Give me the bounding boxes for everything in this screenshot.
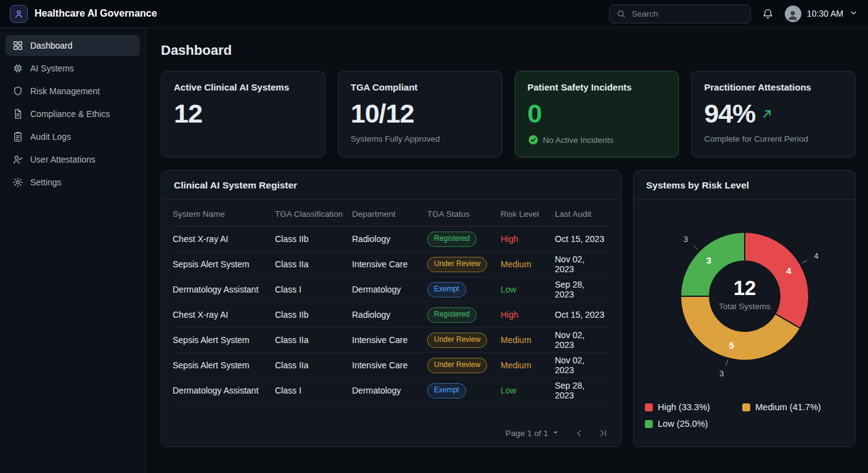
cell-system-name: Sepsis Alert System bbox=[173, 353, 275, 378]
slice-value-label: 3 bbox=[706, 255, 711, 265]
register-panel: Clinical AI System Register System NameT… bbox=[161, 170, 621, 447]
stat-card-active-clinical-ai-systems: Active Clinical AI Systems12 bbox=[161, 71, 326, 158]
cell-tga-status: Registered bbox=[427, 227, 501, 252]
table-header-row: System NameTGA ClassificationDepartmentT… bbox=[173, 200, 610, 227]
cell-system-name: Chest X-ray AI bbox=[173, 302, 275, 328]
search-input[interactable] bbox=[631, 9, 743, 19]
cell-last-audit: Oct 15, 2023 bbox=[555, 302, 610, 328]
gear-icon bbox=[12, 177, 23, 188]
risk-donut-chart: 44533312Total Systems bbox=[634, 200, 855, 400]
sidebar-item-label: Audit Logs bbox=[30, 132, 71, 142]
topbar: Healthcare AI Governance 10:30 AM bbox=[0, 0, 868, 28]
page-label: Page 1 of 1 bbox=[506, 429, 548, 438]
label-line bbox=[801, 261, 807, 264]
caret-down-icon bbox=[551, 427, 560, 439]
table-row: Sepsis Alert SystemClass IIaIntensive Ca… bbox=[173, 353, 610, 378]
cell-risk-level: Low bbox=[501, 277, 555, 302]
stat-title: Patient Safety Incidents bbox=[528, 82, 666, 92]
register-table-wrap: System NameTGA ClassificationDepartmentT… bbox=[162, 200, 621, 421]
risk-chart-title: Systems by Risk Level bbox=[634, 171, 855, 200]
sidebar-item-label: Compliance & Ethics bbox=[30, 109, 110, 119]
register-table: System NameTGA ClassificationDepartmentT… bbox=[173, 200, 610, 403]
stat-title: Practitioner Attestations bbox=[704, 82, 843, 92]
cell-tga-classification: Class IIa bbox=[275, 353, 352, 378]
chart-legend: High (33.3%)Medium (41.7%)Low (25.0%) bbox=[634, 400, 855, 436]
legend-swatch bbox=[645, 403, 653, 411]
column-header-department: Department bbox=[352, 200, 427, 227]
risk-panel: Systems by Risk Level 44533312Total Syst… bbox=[633, 170, 856, 447]
status-badge: Registered bbox=[427, 232, 477, 247]
sidebar-item-dashboard[interactable]: Dashboard bbox=[6, 35, 140, 56]
status-badge: Under Review bbox=[427, 257, 487, 272]
sidebar-item-ai-systems[interactable]: AI Systems bbox=[6, 58, 140, 79]
app-logo-icon bbox=[10, 5, 28, 23]
status-badge: Exempt bbox=[427, 383, 466, 398]
status-badge: Exempt bbox=[427, 282, 466, 297]
stat-value: 12 bbox=[174, 100, 313, 127]
time-label: 10:30 AM bbox=[807, 9, 843, 18]
sidebar-item-label: User Attestations bbox=[30, 155, 96, 164]
avatar bbox=[785, 6, 801, 22]
label-line bbox=[694, 245, 698, 249]
cell-department: Dermatology bbox=[352, 277, 427, 302]
donut-center-label: Total Systems bbox=[718, 302, 770, 311]
cell-risk-level: Medium bbox=[501, 353, 555, 378]
notifications-bell-icon[interactable] bbox=[762, 8, 774, 20]
app-title: Healthcare AI Governance bbox=[35, 8, 157, 19]
cell-risk-level: High bbox=[501, 227, 555, 252]
cell-tga-status: Under Review bbox=[427, 252, 501, 277]
sidebar-item-audit-logs[interactable]: Audit Logs bbox=[6, 126, 140, 147]
search-box[interactable] bbox=[609, 4, 751, 23]
trend-up-icon bbox=[760, 107, 774, 121]
search-icon bbox=[616, 9, 626, 18]
legend-label: Medium (41.7%) bbox=[755, 402, 821, 412]
sidebar-item-risk-management[interactable]: Risk Management bbox=[6, 81, 140, 102]
donut-svg: 44533312Total Systems bbox=[643, 206, 846, 400]
cell-last-audit: Nov 02, 2023 bbox=[555, 353, 610, 378]
cell-department: Radiology bbox=[352, 302, 427, 328]
stat-card-practitioner-attestations: Practitioner Attestations94%Complete for… bbox=[691, 71, 856, 158]
column-header-tga-status: TGA Status bbox=[427, 200, 501, 227]
check-circle-icon bbox=[528, 134, 539, 145]
cell-risk-level: Medium bbox=[501, 328, 555, 353]
cell-system-name: Dermatology Assistant bbox=[173, 277, 275, 302]
column-header-system-name: System Name bbox=[173, 200, 275, 227]
sidebar-item-user-attestations[interactable]: User Attestations bbox=[6, 149, 140, 170]
legend-item-medium: Medium (41.7%) bbox=[742, 402, 840, 412]
last-page-button[interactable] bbox=[598, 428, 608, 439]
table-row: Sepsis Alert SystemClass IIaIntensive Ca… bbox=[173, 328, 610, 353]
pagination: Page 1 of 1 bbox=[162, 421, 621, 447]
stat-value: 0 bbox=[528, 100, 666, 127]
cell-tga-classification: Class I bbox=[275, 277, 352, 302]
legend-label: Low (25.0%) bbox=[658, 419, 708, 429]
table-row: Dermatology AssistantClass IDermatologyE… bbox=[173, 378, 610, 403]
sidebar: DashboardAI SystemsRisk ManagementCompli… bbox=[0, 28, 146, 473]
sidebar-item-label: AI Systems bbox=[30, 63, 74, 73]
table-row: Sepsis Alert SystemClass IIaIntensive Ca… bbox=[173, 252, 610, 277]
cell-tga-status: Under Review bbox=[427, 328, 501, 353]
user-menu[interactable]: 10:30 AM bbox=[785, 6, 858, 22]
cell-department: Intensive Care bbox=[352, 252, 427, 277]
cell-last-audit: Sep 28, 2023 bbox=[555, 378, 610, 403]
cell-tga-classification: Class IIb bbox=[275, 302, 352, 328]
sidebar-item-compliance-ethics[interactable]: Compliance & Ethics bbox=[6, 103, 140, 124]
topbar-actions: 10:30 AM bbox=[609, 4, 858, 23]
table-row: Dermatology AssistantClass IDermatologyE… bbox=[173, 277, 610, 302]
cell-department: Intensive Care bbox=[352, 328, 427, 353]
stat-subtitle: No Active Incidents bbox=[528, 134, 666, 145]
table-row: Chest X-ray AIClass IIbRadiologyRegister… bbox=[173, 302, 610, 328]
prev-page-button[interactable] bbox=[574, 428, 584, 439]
shield-icon bbox=[12, 86, 23, 97]
user-check-icon bbox=[12, 154, 23, 165]
cell-system-name: Sepsis Alert System bbox=[173, 252, 275, 277]
cell-system-name: Dermatology Assistant bbox=[173, 378, 275, 403]
sidebar-item-settings[interactable]: Settings bbox=[6, 172, 140, 193]
sidebar-item-label: Dashboard bbox=[30, 41, 73, 51]
page-title: Dashboard bbox=[161, 42, 856, 59]
stat-value: 94% bbox=[704, 100, 843, 127]
dashboard-icon bbox=[12, 40, 23, 51]
page-selector[interactable]: Page 1 of 1 bbox=[506, 427, 560, 439]
cell-risk-level: Medium bbox=[501, 252, 555, 277]
stat-card-patient-safety-incidents: Patient Safety Incidents0No Active Incid… bbox=[515, 71, 679, 158]
stat-card-tga-compliant: TGA Compliant10/12Systems Fully Approved bbox=[338, 71, 502, 158]
